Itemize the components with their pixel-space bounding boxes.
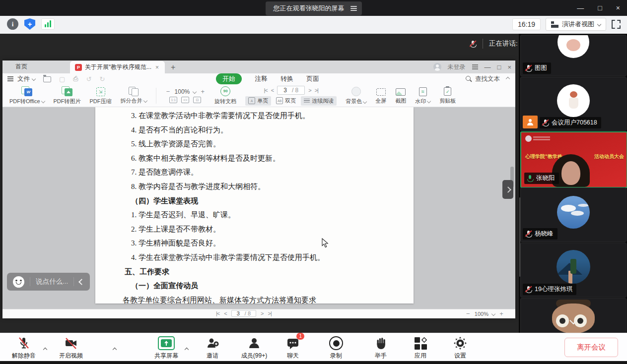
watermark-button[interactable]: ≈ 水印 [415,86,430,105]
page-number-input[interactable]: 3 / 8 [231,310,256,317]
ribbon-tab-home[interactable]: 开始 [216,73,242,84]
unmute-button[interactable]: 解除静音 [2,336,45,360]
zoom-in-button[interactable]: + [498,310,504,317]
doc-line: 7. 是否随意调停课。 [95,165,414,180]
participant-tile[interactable]: 19心理张炜琪 [520,243,627,298]
undo-icon[interactable]: ↺ [86,75,92,83]
zoom-dropdown-icon[interactable] [491,311,495,315]
pdf-close-button[interactable]: × [507,63,511,71]
video-options-chevron[interactable] [113,344,116,353]
last-page-button[interactable]: >| [315,87,318,93]
pdf-maximize-button[interactable]: □ [497,63,501,71]
prev-page-button[interactable]: < [224,310,226,316]
fullscreen-button[interactable]: 全屏 [375,87,386,105]
view-mode-dropdown[interactable]: 演讲者视图 [546,18,606,31]
watching-screen-banner[interactable]: 您正在观看张晓阳的屏幕 [266,1,362,15]
scroll-down-icon[interactable] [571,316,576,325]
find-text-button[interactable]: 查找文本 [466,73,509,84]
screenshot-icon [396,88,406,96]
pdf-minimize-button[interactable]: — [485,63,491,71]
bottom-edge [0,361,627,364]
settings-label: 设置 [454,352,466,360]
collapse-left-icon[interactable] [78,279,85,285]
zoom-level[interactable]: 100% [175,88,190,95]
print-icon[interactable]: ⎙ [73,75,78,83]
participant-tile[interactable]: 杨晓峰 [520,187,627,242]
ribbon-tab-convert[interactable]: 转换 [280,74,293,83]
pdf-status-bar: |< < 3 / 8 > >| − 100% + [2,309,515,318]
fullscreen-icon[interactable] [611,19,621,29]
pdf-to-image-button[interactable]: PDF转图片 [54,86,81,105]
rotate-document-button[interactable]: 90 旋转文档 [214,86,236,105]
tab-home[interactable]: 首页 [2,60,40,73]
file-menu[interactable]: 文件 [17,75,35,83]
window-menu-icon[interactable] [472,63,478,71]
quick-chat-bubble[interactable]: 说点什么... [7,273,90,291]
participant-tile[interactable]: 会议用户705618 [520,77,627,131]
first-page-button[interactable]: |< [264,87,268,93]
sidebar-expand-button[interactable] [502,180,513,199]
meeting-info-icon[interactable]: i [7,18,18,30]
mic-options-chevron[interactable] [44,344,47,353]
start-video-button[interactable]: 开启视频 [50,336,92,360]
prev-page-button[interactable]: < [271,87,274,93]
page-number-input[interactable]: 3 / 8 [277,86,305,95]
ribbon-tab-page[interactable]: 页面 [306,74,319,83]
zoom-out-button[interactable]: − [165,88,171,95]
network-signal-icon[interactable] [41,18,55,30]
record-button[interactable]: 录制 [315,336,357,360]
new-tab-button[interactable]: + [165,63,181,73]
next-page-button[interactable]: > [308,87,311,93]
close-button[interactable]: × [616,4,620,12]
members-button[interactable]: 成员(99+) [233,336,276,360]
screenshot-button[interactable]: 截图 [395,87,406,105]
participant-tile-active-speaker[interactable]: 心理学院“教学秩 活动动员大会 张晓阳 [520,131,627,188]
emoji-icon[interactable] [13,276,24,288]
first-page-button[interactable]: |< [216,310,219,316]
zoom-in-button[interactable]: + [200,88,206,95]
participant-tile[interactable] [520,298,627,334]
login-status[interactable]: 未登录 [448,63,466,71]
ribbon-tab-annotate[interactable]: 注释 [255,74,268,83]
save-icon[interactable]: ▢ [59,75,65,83]
share-options-chevron[interactable] [185,344,188,353]
participant-tile[interactable]: 图图 [520,35,627,76]
main-menu-icon[interactable] [7,75,13,82]
split-merge-button[interactable]: 拆分合并 [121,87,147,105]
clipboard-button[interactable]: ✓ 剪贴板 [439,86,456,105]
chat-button[interactable]: 1 聊天 [272,336,314,360]
tab-document[interactable]: P 关于开展“教学秩序规范... × [70,61,165,73]
fit-actual-icon[interactable]: 1:1 [169,97,177,103]
banner-menu-icon[interactable] [350,5,357,12]
next-page-button[interactable]: > [261,310,263,316]
tab-close-icon[interactable]: × [154,64,160,71]
minimize-button[interactable]: — [577,4,584,12]
apps-button[interactable]: 应用 [399,336,442,360]
pdf-compress-button[interactable]: ⇲ PDF压缩 [90,86,112,105]
current-page: 3 [283,87,287,94]
open-file-icon[interactable] [43,76,51,82]
redo-icon[interactable]: ↻ [100,75,105,83]
collapse-ribbon-icon[interactable] [506,77,510,81]
chat-placeholder[interactable]: 说点什么... [36,277,68,286]
fit-page-icon[interactable]: ⊡ [193,97,201,103]
invite-button[interactable]: 邀请 [191,336,234,360]
security-shield-icon[interactable]: + [24,18,35,30]
continuous-read-button[interactable]: 连续阅读 [301,96,337,106]
pdf-to-office-button[interactable]: W PDF转Office [9,86,45,105]
single-page-button[interactable]: A单页 [245,96,271,106]
raise-hand-button[interactable]: 举手 [359,336,402,360]
background-color-button[interactable]: 背景色 [346,86,366,105]
fit-width-icon[interactable]: <> [181,97,189,103]
zoom-out-button[interactable]: − [465,310,471,317]
leave-meeting-button[interactable]: 离开会议 [564,338,618,357]
maximize-button[interactable]: □ [598,4,602,12]
meeting-toolbar-top: i + 16:19 演讲者视图 [0,16,627,34]
account-avatar[interactable] [433,63,441,71]
zoom-dropdown-icon[interactable] [193,89,197,93]
double-page-button[interactable]: AB双页 [273,96,299,106]
zoom-level[interactable]: 100% [475,311,488,317]
last-page-button[interactable]: >| [268,310,272,316]
share-screen-button[interactable]: 共享屏幕 [145,336,188,360]
settings-button[interactable]: 设置 [439,336,482,360]
